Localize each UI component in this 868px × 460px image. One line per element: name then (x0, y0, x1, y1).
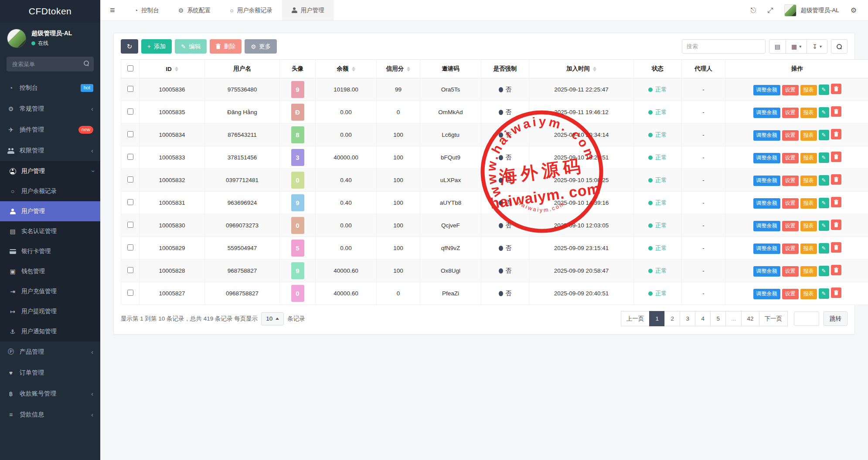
row-checkbox[interactable] (127, 290, 133, 296)
col-header-credit[interactable]: 信用分 (377, 60, 420, 78)
row-checkbox[interactable] (127, 108, 133, 115)
tab-控制台[interactable]: ◔控制台 (125, 0, 169, 20)
row-delete-button[interactable] (831, 152, 841, 162)
user-avatar[interactable] (7, 29, 26, 48)
row-edit-button[interactable]: ✎ (819, 220, 829, 231)
edit-button[interactable]: ✎编辑 (175, 39, 207, 54)
adjust-balance-button[interactable]: 调整余额 (753, 266, 780, 277)
row-delete-button[interactable] (831, 265, 841, 275)
report-button[interactable]: 报表 (800, 266, 817, 277)
grid-view-button[interactable]: ▦▾ (786, 39, 807, 54)
sidebar-item-用户管理[interactable]: 用户管理‹ (0, 161, 100, 181)
row-delete-button[interactable] (831, 84, 841, 94)
page-size-select[interactable]: 10 (261, 312, 284, 325)
row-edit-button[interactable]: ✎ (819, 85, 829, 95)
sidebar-item-用户通知管理[interactable]: ⚓用户通知管理 (0, 321, 100, 342)
row-checkbox[interactable] (127, 199, 133, 205)
report-button[interactable]: 报表 (800, 176, 817, 186)
row-checkbox[interactable] (127, 86, 133, 92)
menu-search-input[interactable] (7, 57, 94, 71)
row-checkbox[interactable] (127, 244, 133, 250)
row-delete-button[interactable] (831, 129, 841, 139)
col-header-id[interactable]: ID (140, 60, 205, 78)
sidebar-item-收款账号管理[interactable]: ฿收款账号管理‹ (0, 383, 100, 404)
fullscreen-icon[interactable]: ⤢ (767, 7, 773, 14)
adjust-balance-button[interactable]: 调整余额 (753, 289, 780, 299)
row-checkbox[interactable] (127, 131, 133, 137)
sidebar-item-钱包管理[interactable]: ▣钱包管理 (0, 261, 100, 281)
col-header-joined[interactable]: 加入时间 (529, 60, 634, 78)
adjust-balance-button[interactable]: 调整余额 (753, 130, 780, 141)
add-button[interactable]: +添加 (141, 39, 172, 54)
clear-cache-icon[interactable]: ⎋ (751, 7, 756, 14)
report-button[interactable]: 报表 (800, 198, 817, 209)
row-edit-button[interactable]: ✎ (819, 152, 829, 163)
row-edit-button[interactable]: ✎ (819, 198, 829, 208)
jump-button[interactable]: 跳转 (824, 311, 848, 326)
sidebar-item-银行卡管理[interactable]: 银行卡管理 (0, 241, 100, 261)
row-delete-button[interactable] (831, 106, 841, 117)
select-all-checkbox[interactable] (127, 65, 133, 71)
row-edit-button[interactable]: ✎ (819, 107, 829, 118)
report-button[interactable]: 报表 (800, 130, 817, 141)
report-button[interactable]: 报表 (800, 108, 817, 118)
col-header-balance[interactable]: 余额 (316, 60, 377, 78)
row-delete-button[interactable] (831, 288, 841, 298)
adjust-balance-button[interactable]: 调整余额 (753, 244, 780, 254)
tab-用户管理[interactable]: 用户管理 (282, 0, 334, 20)
sort-icon[interactable] (407, 66, 410, 72)
report-button[interactable]: 报表 (800, 153, 817, 163)
row-edit-button[interactable]: ✎ (819, 266, 829, 276)
settings-button[interactable]: 设置 (782, 130, 799, 141)
row-delete-button[interactable] (831, 174, 841, 185)
adjust-balance-button[interactable]: 调整余额 (753, 153, 780, 163)
jump-page-input[interactable] (794, 311, 819, 326)
columns-toggle-button[interactable]: ▤ (769, 39, 786, 54)
tab-系统配置[interactable]: ⚙系统配置 (169, 0, 221, 20)
table-search-input[interactable] (682, 39, 766, 54)
sidebar-item-产品管理[interactable]: Ⓟ产品管理‹ (0, 342, 100, 362)
row-delete-button[interactable] (831, 242, 841, 253)
report-button[interactable]: 报表 (800, 289, 817, 299)
sidebar-item-贷款信息[interactable]: ≡贷款信息‹ (0, 404, 100, 425)
settings-button[interactable]: 设置 (782, 244, 799, 254)
settings-button[interactable]: 设置 (782, 266, 799, 277)
row-checkbox[interactable] (127, 222, 133, 228)
adjust-balance-button[interactable]: 调整余额 (753, 176, 780, 186)
settings-button[interactable]: 设置 (782, 289, 799, 299)
sidebar-item-用户管理[interactable]: 用户管理 (0, 201, 100, 221)
sort-icon[interactable] (175, 66, 178, 72)
sidebar-item-实名认证管理[interactable]: ▤实名认证管理 (0, 221, 100, 241)
settings-button[interactable]: 设置 (782, 221, 799, 231)
sidebar-item-用户提现管理[interactable]: ↦用户提现管理 (0, 301, 100, 321)
report-button[interactable]: 报表 (800, 85, 817, 95)
settings-button[interactable]: 设置 (782, 176, 799, 186)
navbar-user[interactable]: 超级管理员-AL (784, 4, 839, 17)
delete-button[interactable]: 删除 (210, 39, 242, 54)
sidebar-item-订单管理[interactable]: ♥订单管理 (0, 362, 100, 383)
settings-button[interactable]: 设置 (782, 198, 799, 209)
settings-cogs-icon[interactable]: ⚙ (851, 6, 857, 14)
more-button[interactable]: ⚙更多 (245, 39, 277, 54)
report-button[interactable]: 报表 (800, 244, 817, 254)
row-checkbox[interactable] (127, 176, 133, 183)
row-checkbox[interactable] (127, 154, 133, 160)
sidebar-item-用户余额记录[interactable]: ○用户余额记录 (0, 181, 100, 201)
adjust-balance-button[interactable]: 调整余额 (753, 221, 780, 231)
tab-用户余额记录[interactable]: ○用户余额记录 (220, 0, 282, 20)
hamburger-icon[interactable]: ≡ (100, 5, 125, 15)
sort-icon[interactable] (593, 66, 596, 72)
row-checkbox[interactable] (127, 267, 133, 273)
settings-button[interactable]: 设置 (782, 108, 799, 118)
adjust-balance-button[interactable]: 调整余额 (753, 108, 780, 118)
row-edit-button[interactable]: ✎ (819, 288, 829, 299)
report-button[interactable]: 报表 (800, 221, 817, 231)
row-delete-button[interactable] (831, 197, 841, 207)
search-button[interactable] (831, 39, 848, 54)
row-edit-button[interactable]: ✎ (819, 175, 829, 186)
row-edit-button[interactable]: ✎ (819, 130, 829, 140)
sort-icon[interactable] (352, 66, 355, 72)
sidebar-item-常规管理[interactable]: ⚙常规管理‹ (0, 98, 100, 119)
row-delete-button[interactable] (831, 220, 841, 230)
sidebar-item-插件管理[interactable]: ✈插件管理new (0, 119, 100, 140)
